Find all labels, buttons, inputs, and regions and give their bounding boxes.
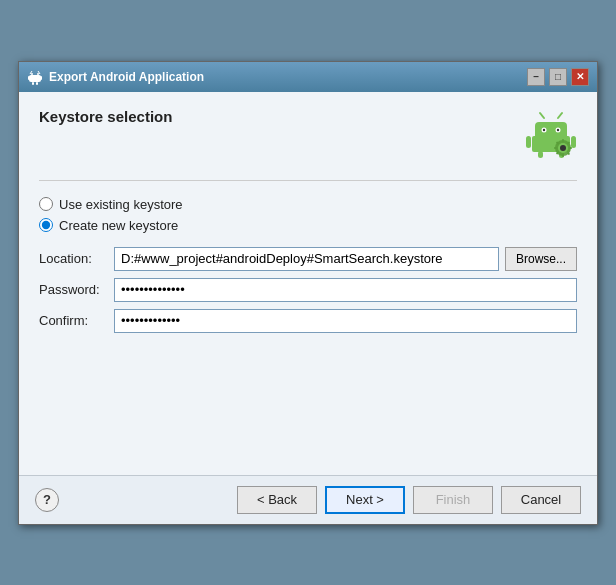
content-area: Keystore selection — [19, 92, 597, 475]
svg-rect-6 — [36, 82, 38, 85]
finish-button[interactable]: Finish — [413, 486, 493, 514]
browse-button[interactable]: Browse... — [505, 247, 577, 271]
svg-point-1 — [37, 73, 39, 75]
svg-rect-27 — [569, 147, 572, 149]
next-button[interactable]: Next > — [325, 486, 405, 514]
svg-rect-4 — [40, 76, 42, 80]
title-bar-controls: – □ ✕ — [527, 68, 589, 86]
svg-line-20 — [558, 113, 562, 118]
title-bar: Export Android Application – □ ✕ — [19, 62, 597, 92]
window-icon — [27, 69, 43, 85]
location-input[interactable] — [114, 247, 499, 271]
svg-rect-15 — [526, 136, 531, 148]
radio-group: Use existing keystore Create new keystor… — [39, 197, 577, 233]
confirm-input[interactable] — [114, 309, 577, 333]
section-divider — [39, 180, 577, 181]
create-new-row: Create new keystore — [39, 218, 577, 233]
svg-line-19 — [540, 113, 544, 118]
confirm-label: Confirm: — [39, 313, 114, 328]
svg-rect-24 — [562, 139, 564, 142]
footer-left: ? — [35, 488, 59, 512]
svg-point-12 — [543, 128, 545, 130]
svg-rect-2 — [29, 75, 41, 82]
password-input-wrap — [114, 278, 577, 302]
use-existing-row: Use existing keystore — [39, 197, 577, 212]
form-rows: Location: Browse... Password: Confirm: — [39, 247, 577, 333]
create-new-label[interactable]: Create new keystore — [59, 218, 178, 233]
create-new-radio[interactable] — [39, 218, 53, 232]
content-spacer — [39, 343, 577, 463]
section-title: Keystore selection — [39, 108, 172, 125]
cancel-button[interactable]: Cancel — [501, 486, 581, 514]
svg-point-0 — [31, 73, 33, 75]
footer-right: < Back Next > Finish Cancel — [237, 486, 581, 514]
use-existing-radio[interactable] — [39, 197, 53, 211]
restore-button[interactable]: □ — [549, 68, 567, 86]
location-label: Location: — [39, 251, 114, 266]
svg-point-23 — [560, 145, 566, 151]
confirm-input-wrap — [114, 309, 577, 333]
back-button[interactable]: < Back — [237, 486, 317, 514]
svg-rect-5 — [32, 82, 34, 85]
svg-point-13 — [557, 128, 559, 130]
main-window: Export Android Application – □ ✕ Keystor… — [18, 61, 598, 525]
minimize-button[interactable]: – — [527, 68, 545, 86]
use-existing-label[interactable]: Use existing keystore — [59, 197, 183, 212]
svg-rect-25 — [562, 154, 564, 157]
svg-rect-26 — [554, 147, 557, 149]
help-button[interactable]: ? — [35, 488, 59, 512]
password-label: Password: — [39, 282, 114, 297]
password-row: Password: — [39, 278, 577, 302]
close-button[interactable]: ✕ — [571, 68, 589, 86]
location-input-wrap: Browse... — [114, 247, 577, 271]
confirm-row: Confirm: — [39, 309, 577, 333]
window-title: Export Android Application — [49, 70, 204, 84]
location-row: Location: Browse... — [39, 247, 577, 271]
footer: ? < Back Next > Finish Cancel — [19, 475, 597, 524]
password-input[interactable] — [114, 278, 577, 302]
android-logo — [525, 108, 577, 160]
svg-rect-16 — [571, 136, 576, 148]
section-header: Keystore selection — [39, 108, 577, 160]
svg-rect-17 — [538, 151, 543, 158]
title-bar-left: Export Android Application — [27, 69, 204, 85]
svg-rect-3 — [28, 76, 30, 80]
